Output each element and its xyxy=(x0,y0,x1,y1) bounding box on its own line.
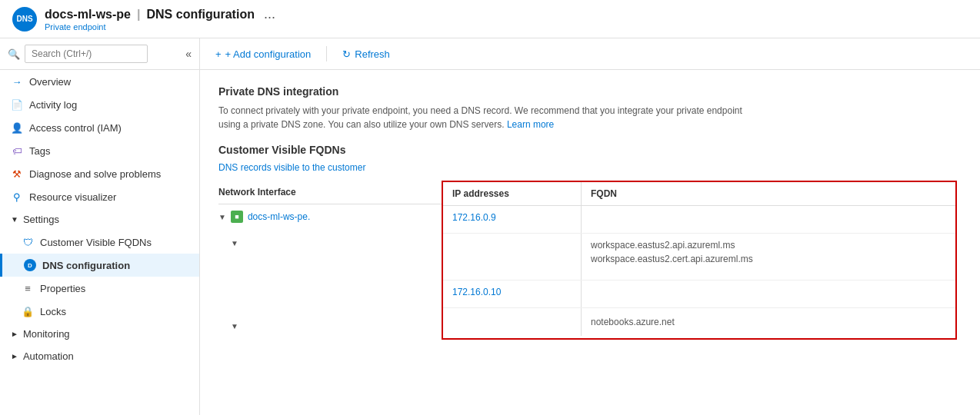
search-box: 🔍 « xyxy=(0,38,199,70)
ip-value-2: 172.16.0.10 xyxy=(452,287,501,297)
collapse-button[interactable]: « xyxy=(185,48,192,60)
ni-expand-row-1: ▼ xyxy=(218,229,442,257)
sidebar: 🔍 « → Overview 📄 Activity log 👤 Access c… xyxy=(0,38,200,415)
sidebar-label-overview: Overview xyxy=(29,76,71,88)
chevron-down-icon-2[interactable]: ▼ xyxy=(231,239,238,247)
main-content: + + Add configuration ↻ Refresh Private … xyxy=(200,38,980,415)
private-dns-description: To connect privately with your private e… xyxy=(218,104,757,131)
fqdn-subtitle: DNS records visible to the customer xyxy=(218,162,962,173)
refresh-icon: ↻ xyxy=(342,48,351,60)
sidebar-item-diagnose[interactable]: ⚒ Diagnose and solve problems xyxy=(0,162,199,185)
sidebar-item-tags[interactable]: 🏷 Tags xyxy=(0,139,199,162)
network-interface-link[interactable]: docs-ml-ws-pe. xyxy=(248,211,310,222)
ip-fqdn-header: IP addresses FQDN xyxy=(443,182,955,206)
toolbar-divider xyxy=(326,46,327,61)
page-title: DNS configuration xyxy=(147,8,255,22)
wrench-icon: ⚒ xyxy=(11,168,23,180)
ni-spacer-2 xyxy=(218,284,442,312)
main-body: Private DNS integration To connect priva… xyxy=(200,70,980,355)
fqdn-table: Network Interface ▼ ■ docs-ml-ws-pe. ▼ xyxy=(218,181,957,340)
ni-interface-row: ▼ ■ docs-ml-ws-pe. xyxy=(218,204,442,229)
ip-value-1: 172.16.0.9 xyxy=(452,212,496,223)
section-settings-chevron: ▼ xyxy=(11,215,18,224)
title-separator: | xyxy=(137,8,140,22)
fqdn-value-3: notebooks.azure.net xyxy=(591,317,946,327)
ip-fqdn-row-4: notebooks.azure.net xyxy=(443,308,955,336)
nav-arrow-icon: → xyxy=(11,75,23,88)
ip-fqdn-box: IP addresses FQDN 172.16.0.9 xyxy=(442,181,957,340)
sidebar-label-diagnose: Diagnose and solve problems xyxy=(29,168,161,180)
fqdn-section-title: Customer Visible FQDNs xyxy=(218,144,962,156)
add-configuration-button[interactable]: + + Add configuration xyxy=(212,47,314,61)
fqdn-cell-3 xyxy=(582,290,955,299)
ip-fqdn-row-1: 172.16.0.9 xyxy=(443,206,955,234)
section-automation[interactable]: ► Automation xyxy=(0,345,199,367)
sidebar-item-locks[interactable]: 🔒 Locks xyxy=(0,300,199,323)
toolbar: + + Add configuration ↻ Refresh xyxy=(200,38,980,70)
sidebar-item-overview[interactable]: → Overview xyxy=(0,70,199,93)
sidebar-label-app-security-groups: Customer Visible FQDNs xyxy=(40,237,152,248)
ni-expand-row-2: ▼ xyxy=(218,312,442,340)
access-control-icon: 👤 xyxy=(11,121,23,134)
ip-cell-2 xyxy=(443,234,582,280)
section-settings[interactable]: ▼ Settings xyxy=(0,208,199,231)
title-block: docs-ml-ws-pe | DNS configuration ... Pr… xyxy=(45,6,278,32)
tag-icon: 🏷 xyxy=(11,144,23,157)
refresh-label: Refresh xyxy=(355,48,390,60)
sidebar-item-activity-log[interactable]: 📄 Activity log xyxy=(0,93,199,116)
resource-icon: ⚲ xyxy=(11,191,23,203)
ip-cell-3: 172.16.0.10 xyxy=(443,281,582,307)
sidebar-label-tags: Tags xyxy=(29,145,50,157)
ni-header: Network Interface xyxy=(218,181,442,204)
sidebar-label-access-control: Access control (IAM) xyxy=(29,122,122,134)
network-interface-col: Network Interface ▼ ■ docs-ml-ws-pe. ▼ xyxy=(218,181,442,340)
lock-icon: 🔒 xyxy=(22,305,34,317)
section-monitoring[interactable]: ► Monitoring xyxy=(0,323,199,345)
fqdn-cell-2: workspace.eastus2.api.azureml.ms workspa… xyxy=(582,234,955,269)
sidebar-label-properties: Properties xyxy=(40,283,85,294)
private-dns-title: Private DNS integration xyxy=(218,85,962,98)
sidebar-label-activity-log: Activity log xyxy=(29,99,77,111)
resource-subtitle: Private endpoint xyxy=(45,22,278,32)
section-monitoring-label: Monitoring xyxy=(23,328,70,340)
title-main: docs-ml-ws-pe | DNS configuration ... xyxy=(45,6,278,22)
private-dns-desc-text: To connect privately with your private e… xyxy=(218,105,742,130)
fqdn-value-1: workspace.eastus2.api.azureml.ms xyxy=(591,240,946,251)
chevron-down-icon-3[interactable]: ▼ xyxy=(231,322,238,330)
chevron-down-icon[interactable]: ▼ xyxy=(218,213,226,221)
sidebar-item-resource-visualizer[interactable]: ⚲ Resource visualizer xyxy=(0,185,199,208)
refresh-button[interactable]: ↻ Refresh xyxy=(339,47,393,61)
resource-name: docs-ml-ws-pe xyxy=(45,8,131,22)
content-area: 🔍 « → Overview 📄 Activity log 👤 Access c… xyxy=(0,38,980,415)
ni-spacer-1 xyxy=(218,257,442,284)
network-interface-icon: ■ xyxy=(231,211,243,223)
fqdn-cell-4: notebooks.azure.net xyxy=(582,312,955,332)
ip-fqdn-row-3: 172.16.0.10 xyxy=(443,281,955,308)
ip-cell-4 xyxy=(443,308,582,336)
sidebar-item-access-control[interactable]: 👤 Access control (IAM) xyxy=(0,116,199,139)
section-automation-chevron: ► xyxy=(11,352,18,360)
sidebar-label-locks: Locks xyxy=(40,306,66,317)
fqdn-col-header: FQDN xyxy=(582,182,955,205)
add-icon: + xyxy=(215,48,222,60)
search-input[interactable] xyxy=(25,45,148,63)
dns-icon: D xyxy=(24,259,36,271)
ip-cell-1: 172.16.0.9 xyxy=(443,206,582,233)
ip-fqdn-row-2: workspace.eastus2.api.azureml.ms workspa… xyxy=(443,234,955,281)
shield-icon: 🛡 xyxy=(22,236,34,248)
ellipsis-button[interactable]: ... xyxy=(261,6,278,22)
sidebar-item-app-security-groups[interactable]: 🛡 Customer Visible FQDNs xyxy=(0,231,199,254)
fqdn-cell-1 xyxy=(582,215,955,224)
section-monitoring-chevron: ► xyxy=(11,330,18,338)
top-bar: DNS docs-ml-ws-pe | DNS configuration ..… xyxy=(0,0,980,38)
section-automation-label: Automation xyxy=(23,350,74,362)
add-configuration-label: + Add configuration xyxy=(225,48,312,60)
private-dns-section: Private DNS integration To connect priva… xyxy=(218,85,962,131)
sidebar-label-dns-configuration: DNS configuration xyxy=(42,260,130,271)
activity-icon: 📄 xyxy=(11,98,23,111)
sidebar-label-resource-visualizer: Resource visualizer xyxy=(29,191,116,203)
properties-icon: ≡ xyxy=(22,282,34,294)
sidebar-item-dns-configuration[interactable]: D DNS configuration xyxy=(0,254,199,277)
learn-more-link[interactable]: Learn more xyxy=(507,119,554,130)
sidebar-item-properties[interactable]: ≡ Properties xyxy=(0,277,199,300)
